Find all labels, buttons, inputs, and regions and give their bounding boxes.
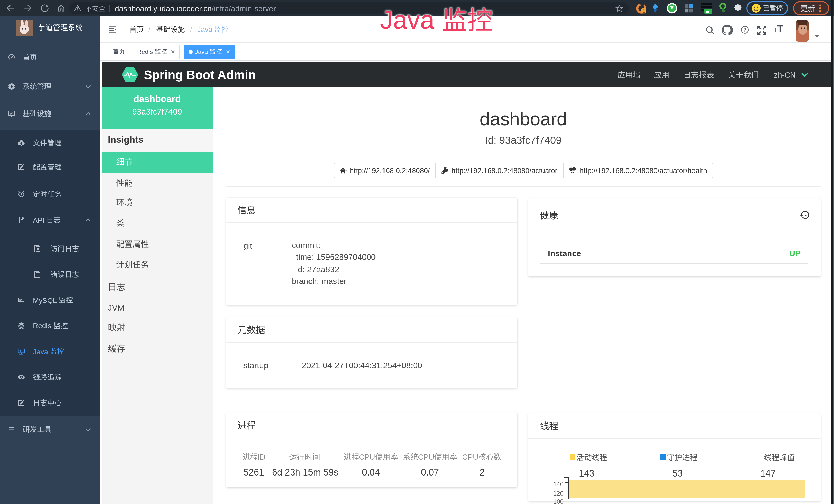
svg-text:1: 1 (642, 9, 645, 13)
svg-text:on: on (706, 9, 710, 13)
